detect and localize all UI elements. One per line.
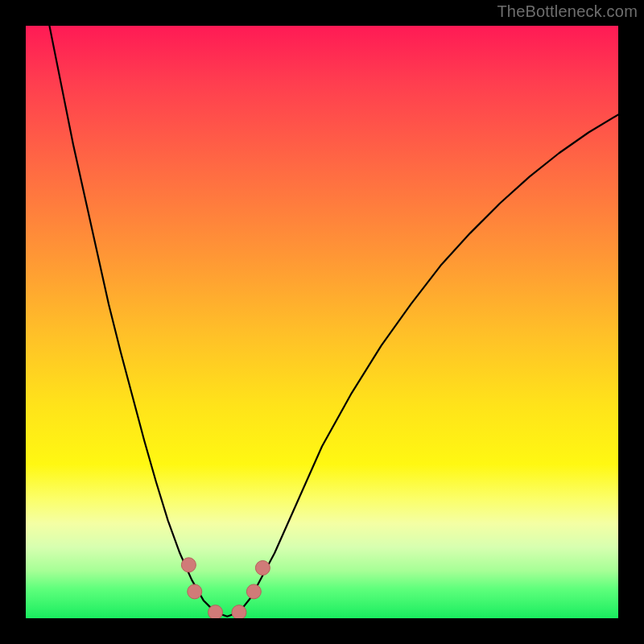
marker-left-lower	[188, 584, 202, 599]
plot-area	[26, 26, 618, 618]
chart-frame: TheBottleneck.com	[0, 0, 644, 644]
plot-svg	[26, 26, 618, 618]
marker-valley-right	[232, 605, 246, 618]
markers-group	[181, 558, 270, 618]
marker-right-upper	[255, 560, 270, 575]
marker-valley-left	[208, 605, 223, 618]
watermark-text: TheBottleneck.com	[497, 2, 638, 21]
marker-left-upper	[181, 558, 196, 572]
marker-right-lower	[246, 584, 261, 599]
bottleneck-curve	[49, 26, 618, 617]
